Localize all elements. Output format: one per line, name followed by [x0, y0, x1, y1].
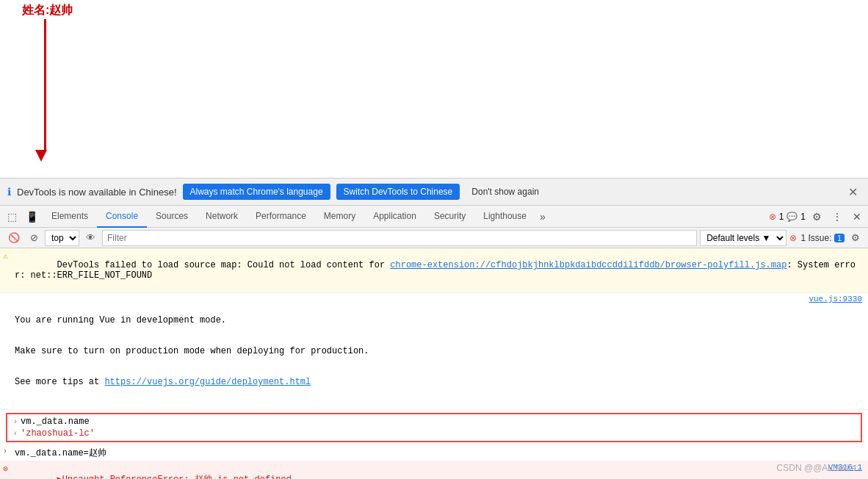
settings-button[interactable]: ⚙ — [809, 206, 825, 228]
tab-elements[interactable]: Elements — [43, 206, 97, 228]
cmd2-text: vm._data.name=赵帅 — [15, 447, 862, 459]
tab-lighthouse[interactable]: Lighthouse — [474, 206, 535, 228]
tab-application[interactable]: Application — [364, 206, 425, 228]
eye-icon-button[interactable]: 👁 — [82, 231, 99, 245]
tab-memory[interactable]: Memory — [315, 206, 364, 228]
tab-sources[interactable]: Sources — [147, 206, 197, 228]
warning-line: ⚠ DevTools failed to load source map: Co… — [0, 248, 868, 293]
result1-text: 'zhaoshuai-lc' — [21, 428, 95, 439]
cmd1-line: › vm._data.name — [9, 416, 859, 428]
page-area: 姓名:赵帅 — [0, 0, 868, 178]
match-language-button[interactable]: Always match Chrome's language — [183, 184, 330, 200]
arrow-head — [35, 150, 47, 162]
message-icon: 💬 — [786, 212, 798, 222]
vue-source[interactable]: vue.js:9330 — [803, 295, 862, 303]
context-selector[interactable]: top — [45, 230, 79, 246]
watermark: CSDN @@Autowire — [777, 463, 856, 473]
inspect-element-button[interactable]: ⬚ — [3, 206, 21, 228]
console-settings-button[interactable]: ⚙ — [847, 231, 864, 245]
console-toolbar: 🚫 ⊘ top 👁 Default levels ▼ ⊗ 1 Issue: 1 … — [0, 228, 868, 248]
error-icon: ⊗ — [769, 212, 776, 222]
switch-to-chinese-button[interactable]: Switch DevTools to Chinese — [336, 184, 460, 200]
device-toolbar-button[interactable]: 📱 — [21, 206, 43, 228]
warning-icon: ⚠ — [3, 251, 8, 262]
tab-performance[interactable]: Performance — [247, 206, 315, 228]
clear-console-button[interactable]: 🚫 — [4, 231, 23, 245]
message-count: 1 — [800, 212, 806, 222]
console-filter-button[interactable]: ⊘ — [26, 231, 42, 245]
result1-line: ‹ 'zhaoshuai-lc' — [9, 428, 859, 439]
close-devtools-button[interactable]: ✕ — [849, 206, 865, 228]
tab-network[interactable]: Network — [197, 206, 247, 228]
error-count: 1 — [779, 212, 784, 222]
result-arrow-1: ‹ — [13, 430, 18, 438]
cmd1-text: vm._data.name — [21, 417, 90, 427]
error-title: ▶Uncaught ReferenceError: 赵帅 is not defi… — [57, 475, 292, 479]
annotation-label: 姓名:赵帅 — [22, 4, 73, 16]
annotation-container: 姓名:赵帅 — [22, 3, 73, 18]
warning-text: DevTools failed to load source map: Coul… — [15, 250, 862, 291]
vue-info-line: You are running Vue in development mode.… — [0, 293, 868, 410]
error-content: ▶Uncaught ReferenceError: 赵帅 is not defi… — [15, 463, 822, 479]
vue-message: You are running Vue in development mode.… — [15, 295, 803, 408]
error-line: ⊗ ▶Uncaught ReferenceError: 赵帅 is not de… — [0, 461, 868, 479]
cmd2-arrow: › — [3, 447, 7, 455]
more-options-button[interactable]: ⋮ — [828, 206, 846, 228]
console-output: ⚠ DevTools failed to load source map: Co… — [0, 248, 868, 479]
vuejs-link[interactable]: https://vuejs.org/guide/deployment.html — [104, 377, 311, 387]
arrow-line — [44, 19, 46, 151]
notification-text: DevTools is now available in Chinese! — [17, 187, 177, 198]
devtools-panel: ℹ DevTools is now available in Chinese! … — [0, 178, 868, 479]
extension-link[interactable]: chrome-extension://cfhdojbkjhnklbpkdaibd… — [390, 260, 786, 270]
issue-count: ⊗ 1 Issue: 1 — [789, 233, 845, 243]
command-group-1: › vm._data.name ‹ 'zhaoshuai-lc' — [6, 413, 862, 442]
cmd-arrow-1: › — [13, 418, 18, 426]
devtools-tabs-bar: ⬚ 📱 Elements Console Sources Network Per… — [0, 206, 868, 228]
cmd2-line: › vm._data.name=赵帅 — [0, 445, 868, 461]
tab-console[interactable]: Console — [97, 206, 147, 228]
notification-close-button[interactable]: ✕ — [845, 185, 861, 199]
error-icon-2: ⊗ — [3, 464, 8, 475]
notification-bar: ℹ DevTools is now available in Chinese! … — [0, 178, 868, 206]
filter-input[interactable] — [102, 230, 697, 246]
tab-security[interactable]: Security — [425, 206, 474, 228]
log-levels-selector[interactable]: Default levels ▼ — [700, 230, 786, 246]
info-icon: ℹ — [7, 186, 11, 198]
more-tabs-button[interactable]: » — [535, 211, 550, 223]
tabs-right-controls: ⊗ 1 💬 1 ⚙ ⋮ ✕ — [769, 206, 865, 228]
dont-show-button[interactable]: Don't show again — [466, 184, 545, 200]
